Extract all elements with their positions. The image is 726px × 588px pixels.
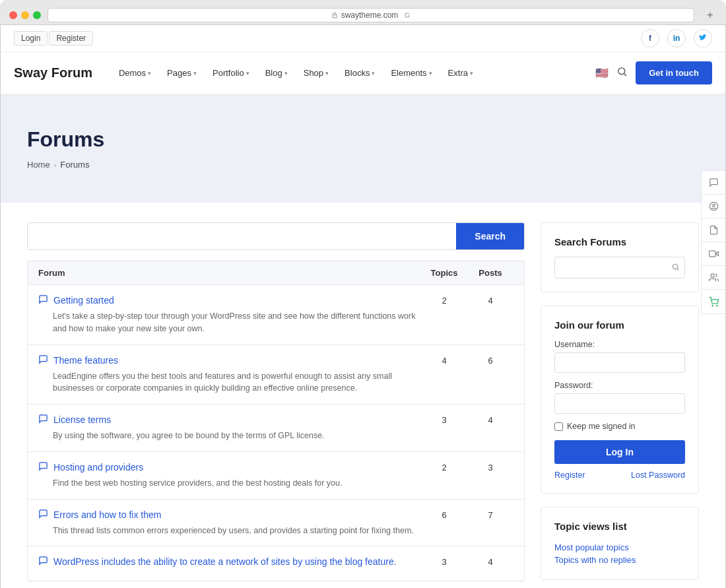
list-item[interactable]: Topics with no replies xyxy=(554,554,685,566)
forum-description: By using the software, you agree to be b… xyxy=(38,430,421,442)
join-forum-title: Join our forum xyxy=(554,319,685,331)
cart-icon[interactable] xyxy=(702,290,725,313)
twitter-icon[interactable] xyxy=(694,29,712,48)
get-in-touch-button[interactable]: Get in touch xyxy=(636,61,712,84)
forum-description: This thread lists common errors experien… xyxy=(38,525,421,537)
search-forums-widget: Search Forums xyxy=(541,222,699,292)
users-icon[interactable] xyxy=(702,266,725,290)
svg-rect-6 xyxy=(709,251,715,257)
forum-posts-count: 4 xyxy=(467,414,513,425)
chevron-down-icon: ▾ xyxy=(246,70,249,77)
login-button[interactable]: Login xyxy=(14,31,48,46)
forum-chat-icon xyxy=(38,556,48,568)
username-input[interactable] xyxy=(554,352,685,373)
forum-topics-count: 6 xyxy=(421,509,467,520)
forum-link[interactable]: License terms xyxy=(53,414,111,425)
right-panel xyxy=(701,170,725,314)
nav-item-portfolio[interactable]: Portfolio ▾ xyxy=(206,63,256,83)
topic-views-title: Topic views list xyxy=(554,521,685,532)
register-link[interactable]: Register xyxy=(554,471,585,480)
password-label: Password: xyxy=(554,381,685,390)
main-nav: Sway Forum Demos ▾ Pages ▾ Portfolio ▾ B… xyxy=(1,52,725,94)
forum-chat-icon xyxy=(38,414,48,426)
forum-search-button[interactable]: Search xyxy=(456,223,524,249)
password-input[interactable] xyxy=(554,393,685,414)
svg-point-2 xyxy=(673,264,678,269)
sidebar: Search Forums Join our forum Username: xyxy=(541,222,699,588)
login-button[interactable]: Log In xyxy=(554,440,685,464)
forum-description: Find the best web hosting service provid… xyxy=(38,477,421,490)
nav-item-elements[interactable]: Elements ▾ xyxy=(384,63,438,83)
traffic-light-yellow[interactable] xyxy=(21,11,29,19)
nav-item-extra[interactable]: Extra ▾ xyxy=(442,63,480,83)
main-content: Search Forum Topics Posts xyxy=(1,203,725,588)
traffic-light-green[interactable] xyxy=(33,11,41,19)
search-forums-title: Search Forums xyxy=(554,236,685,247)
breadcrumb-home[interactable]: Home xyxy=(27,160,50,170)
chevron-down-icon: ▾ xyxy=(372,70,375,77)
chevron-down-icon: ▾ xyxy=(325,70,329,77)
linkedin-icon[interactable]: in xyxy=(667,29,686,48)
address-bar[interactable]: swaytheme.com xyxy=(48,8,694,22)
svg-point-7 xyxy=(711,274,714,277)
file-icon[interactable] xyxy=(702,218,725,242)
site-logo[interactable]: Sway Forum xyxy=(14,65,92,81)
table-row: Theme features LeadEngine offers you the… xyxy=(28,345,524,405)
svg-point-9 xyxy=(716,305,717,306)
keep-signed-label: Keep me signed in xyxy=(567,422,636,431)
forum-topics-count: 2 xyxy=(421,461,467,473)
breadcrumb: Home › Forums xyxy=(27,160,699,170)
comment-icon[interactable] xyxy=(702,171,725,195)
table-row: License terms By using the software, you… xyxy=(28,405,524,452)
chevron-down-icon: ▾ xyxy=(284,70,288,77)
forum-link[interactable]: Hosting and providers xyxy=(53,462,143,473)
breadcrumb-separator: › xyxy=(54,161,57,169)
user-circle-icon[interactable] xyxy=(702,195,725,218)
language-flag[interactable]: 🇺🇸 xyxy=(595,67,609,79)
forum-chat-icon xyxy=(38,509,48,521)
nav-item-shop[interactable]: Shop ▾ xyxy=(297,63,335,83)
new-tab-button[interactable]: + xyxy=(704,9,717,22)
register-button[interactable]: Register xyxy=(49,31,93,46)
forum-topics-count: 3 xyxy=(421,414,467,425)
hero-banner: Forums Home › Forums xyxy=(1,94,725,203)
forum-topics-count: 2 xyxy=(421,294,467,306)
sidebar-search-form xyxy=(554,257,685,278)
nav-item-blocks[interactable]: Blocks ▾ xyxy=(338,63,381,83)
keep-signed-checkbox[interactable] xyxy=(554,422,563,431)
nav-item-blog[interactable]: Blog ▾ xyxy=(259,63,294,83)
forum-posts-count: 6 xyxy=(467,354,513,366)
forum-description: Let's take a step-by-step tour through y… xyxy=(38,310,421,335)
svg-point-1 xyxy=(618,68,625,75)
form-links: Register Lost Password xyxy=(554,471,685,480)
forum-row-title: Errors and how to fix them xyxy=(38,509,421,521)
forum-link[interactable]: Getting started xyxy=(53,295,114,306)
forum-row-info: Getting started Let's take a step-by-ste… xyxy=(38,294,421,335)
nav-item-pages[interactable]: Pages ▾ xyxy=(160,63,203,83)
chevron-down-icon: ▾ xyxy=(429,70,432,77)
forum-table: Forum Topics Posts Getting star xyxy=(27,261,525,581)
header-topics: Topics xyxy=(421,268,467,278)
header-forum: Forum xyxy=(38,268,421,278)
url-text: swaytheme.com xyxy=(341,11,399,20)
video-icon[interactable] xyxy=(702,242,725,266)
search-icon[interactable] xyxy=(616,66,628,80)
forum-section: Search Forum Topics Posts xyxy=(27,222,525,588)
traffic-light-red[interactable] xyxy=(9,11,17,19)
social-icons: f in xyxy=(641,29,712,48)
forum-link[interactable]: WordPress includes the ability to create… xyxy=(53,556,397,567)
facebook-icon[interactable]: f xyxy=(641,29,659,48)
username-label: Username: xyxy=(554,340,685,349)
forum-link[interactable]: Errors and how to fix them xyxy=(53,509,161,520)
table-row: Getting started Let's take a step-by-ste… xyxy=(28,285,524,345)
sidebar-search-icon xyxy=(671,263,680,273)
forum-link[interactable]: Theme features xyxy=(53,355,118,366)
nav-right: 🇺🇸 Get in touch xyxy=(595,61,712,84)
forum-row-title: Theme features xyxy=(38,354,421,366)
refresh-icon[interactable] xyxy=(404,12,411,18)
nav-item-demos[interactable]: Demos ▾ xyxy=(112,63,158,83)
sidebar-search-input[interactable] xyxy=(554,257,685,278)
list-item[interactable]: Most popular topics xyxy=(554,541,685,554)
lost-password-link[interactable]: Lost Password xyxy=(631,471,685,480)
forum-search-input[interactable] xyxy=(28,223,456,249)
